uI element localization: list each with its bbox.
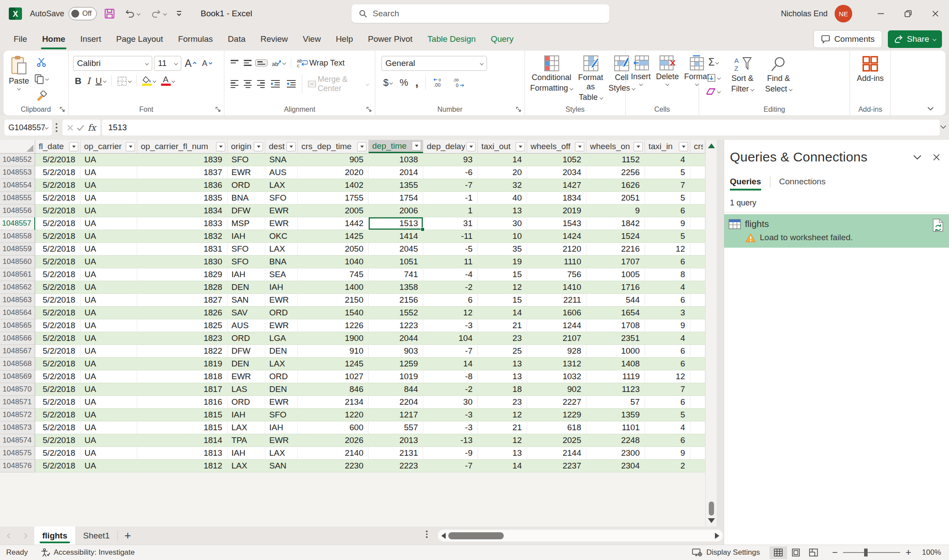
cell-op_carrier-1048571[interactable]: UA — [81, 396, 137, 409]
cell-wheels_on-1048553[interactable]: 2256 — [586, 166, 645, 179]
font-color-dropdown-icon[interactable] — [171, 79, 175, 83]
cell-origin-1048552[interactable]: SFO — [227, 154, 265, 166]
horizontal-scrollbar-thumb[interactable] — [448, 532, 504, 539]
restore-button[interactable] — [894, 0, 922, 27]
cell-taxi_out-1048555[interactable]: 40 — [478, 192, 527, 205]
alignment-dialog-launcher[interactable] — [366, 106, 372, 112]
cell-origin-1048562[interactable]: DEN — [227, 281, 265, 294]
comma-style-button[interactable]: , — [414, 74, 420, 91]
cell-fl_date-1048576[interactable]: 5/2/2018 — [35, 460, 81, 472]
cell-dep_delay-1048559[interactable]: -5 — [423, 243, 478, 256]
cell-taxi_in-1048556[interactable]: 6 — [645, 205, 690, 217]
cell-fl_date-1048560[interactable]: 5/2/2018 — [35, 256, 81, 268]
cell-wheels_on-1048562[interactable]: 1716 — [586, 281, 645, 294]
cell-wheels_off-1048553[interactable]: 2034 — [527, 166, 586, 179]
cell-taxi_out-1048553[interactable]: 20 — [478, 166, 527, 179]
cell-fl_date-1048553[interactable]: 5/2/2018 — [35, 166, 81, 179]
cell-dep_delay-1048553[interactable]: -6 — [423, 166, 478, 179]
cell-origin-1048555[interactable]: BNA — [227, 192, 265, 205]
cell-wheels_off-1048558[interactable]: 1424 — [527, 230, 586, 243]
clear-dropdown-icon[interactable] — [717, 90, 721, 93]
enter-icon[interactable] — [77, 125, 84, 131]
cell-origin-1048574[interactable]: TPA — [227, 434, 265, 447]
cell-taxi_out-1048571[interactable]: 23 — [478, 396, 527, 409]
cell-dep_time-1048553[interactable]: 2014 — [369, 166, 423, 179]
cell-wheels_off-1048565[interactable]: 1244 — [527, 319, 586, 332]
cell-taxi_out-1048560[interactable]: 19 — [478, 256, 527, 268]
avatar[interactable]: NE — [835, 5, 852, 22]
cell-dep_delay-1048554[interactable]: -7 — [423, 179, 478, 192]
sheet-tab-sheet1[interactable]: Sheet1 — [75, 527, 117, 545]
cell-dep_delay-1048564[interactable]: 12 — [423, 307, 478, 319]
cell-dest-1048558[interactable]: OKC — [265, 230, 298, 243]
horizontal-scrollbar[interactable] — [438, 530, 723, 542]
cell-fl_date-1048557[interactable]: 5/2/2018 — [35, 217, 81, 230]
borders-dropdown-icon[interactable] — [128, 79, 131, 83]
cell-op_carrier-1048573[interactable]: UA — [81, 421, 137, 434]
font-color-button[interactable]: A — [159, 75, 176, 87]
cell-origin-1048570[interactable]: LAS — [227, 383, 265, 396]
cell-origin-1048572[interactable]: IAH — [227, 409, 265, 421]
cell-op_carrier_fl_num-1048569[interactable]: 1818 — [137, 370, 227, 383]
cell-dest-1048575[interactable]: LAX — [265, 447, 298, 460]
cell-fl_date-1048575[interactable]: 5/2/2018 — [35, 447, 81, 460]
quick-access-toolbar-menu[interactable] — [175, 11, 183, 17]
cell-op_carrier-1048558[interactable]: UA — [81, 230, 137, 243]
row-header-1048560[interactable]: 1048560 — [0, 256, 35, 268]
cell-crs_-1048572[interactable] — [690, 409, 705, 421]
cell-taxi_in-1048553[interactable]: 5 — [645, 166, 690, 179]
cell-crs_-1048561[interactable] — [690, 268, 705, 281]
cell-op_carrier-1048568[interactable]: UA — [81, 358, 137, 370]
filter-button-fl_date[interactable] — [69, 142, 78, 151]
cell-op_carrier_fl_num-1048573[interactable]: 1815 — [137, 421, 227, 434]
comments-button[interactable]: Comments — [813, 30, 882, 48]
cell-wheels_off-1048566[interactable]: 2107 — [527, 332, 586, 345]
cell-wheels_on-1048557[interactable]: 1842 — [586, 217, 645, 230]
tab-home[interactable]: Home — [35, 27, 73, 51]
cell-op_carrier_fl_num-1048567[interactable]: 1822 — [137, 345, 227, 358]
cell-taxi_out-1048573[interactable]: 21 — [478, 421, 527, 434]
cell-fl_date-1048554[interactable]: 5/2/2018 — [35, 179, 81, 192]
cell-op_carrier-1048565[interactable]: UA — [81, 319, 137, 332]
sheet-bar-kebab-icon[interactable] — [426, 531, 428, 538]
page-layout-view-button[interactable] — [787, 546, 805, 559]
cell-op_carrier-1048574[interactable]: UA — [81, 434, 137, 447]
cell-crs_dep_time-1048576[interactable]: 2230 — [298, 460, 369, 472]
cell-op_carrier-1048564[interactable]: UA — [81, 307, 137, 319]
cell-crs_-1048575[interactable] — [690, 447, 705, 460]
cell-taxi_in-1048565[interactable]: 9 — [645, 319, 690, 332]
row-header-1048552[interactable]: 1048552 — [0, 154, 35, 166]
cell-dest-1048565[interactable]: EWR — [265, 319, 298, 332]
cell-wheels_off-1048574[interactable]: 2025 — [527, 434, 586, 447]
cell-dest-1048568[interactable]: LAX — [265, 358, 298, 370]
cell-wheels_off-1048557[interactable]: 1543 — [527, 217, 586, 230]
cell-op_carrier_fl_num-1048560[interactable]: 1830 — [137, 256, 227, 268]
cell-taxi_in-1048563[interactable]: 6 — [645, 294, 690, 307]
cell-op_carrier_fl_num-1048558[interactable]: 1832 — [137, 230, 227, 243]
cell-dep_delay-1048562[interactable]: -2 — [423, 281, 478, 294]
cell-op_carrier-1048555[interactable]: UA — [81, 192, 137, 205]
save-button[interactable] — [104, 8, 115, 19]
cell-crs_dep_time-1048567[interactable]: 910 — [298, 345, 369, 358]
cell-wheels_off-1048555[interactable]: 1834 — [527, 192, 586, 205]
cell-wheels_on-1048561[interactable]: 1005 — [586, 268, 645, 281]
cell-op_carrier-1048563[interactable]: UA — [81, 294, 137, 307]
cell-taxi_in-1048570[interactable]: 7 — [645, 383, 690, 396]
tab-data[interactable]: Data — [220, 27, 253, 51]
accessibility-status[interactable]: Accessibility: Investigate — [34, 548, 135, 557]
cell-dest-1048563[interactable]: EWR — [265, 294, 298, 307]
column-header-taxi_in[interactable]: taxi_in — [645, 140, 690, 153]
cell-taxi_in-1048562[interactable]: 4 — [645, 281, 690, 294]
cell-dep_time-1048554[interactable]: 1355 — [369, 179, 423, 192]
tab-help[interactable]: Help — [328, 27, 360, 51]
cell-dep_time-1048572[interactable]: 1217 — [369, 409, 423, 421]
cell-crs_dep_time-1048565[interactable]: 1226 — [298, 319, 369, 332]
underline-dropdown-icon[interactable] — [103, 79, 106, 83]
column-header-fl_date[interactable]: fl_date — [35, 140, 81, 153]
sheet-tab-flights[interactable]: flights — [34, 527, 75, 545]
tab-query[interactable]: Query — [483, 27, 521, 51]
filter-button-op_carrier[interactable] — [126, 142, 135, 151]
cell-dep_time-1048560[interactable]: 1051 — [369, 256, 423, 268]
cell-crs_-1048562[interactable] — [690, 281, 705, 294]
italic-button[interactable]: I — [85, 74, 92, 88]
